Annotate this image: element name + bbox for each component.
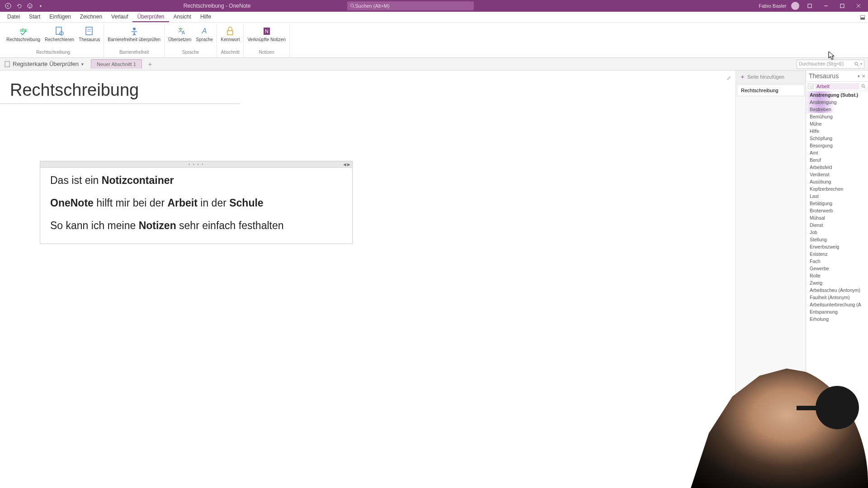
notebook-dropdown[interactable]: Registerkarte Überprüfen ▾	[0, 61, 88, 67]
svg-rect-21	[227, 31, 233, 35]
search-icon	[854, 61, 859, 67]
thesaurus-result-item[interactable]: Besorgung	[806, 142, 868, 149]
search-icon[interactable]	[861, 84, 866, 89]
global-search[interactable]	[347, 1, 474, 10]
note-container[interactable]: • • • • ◀ ▶ Das ist ein Notizcontainer O…	[40, 161, 353, 244]
chevron-down-icon: ▾	[860, 62, 862, 66]
thesaurus-result-item[interactable]: Mühe	[806, 120, 868, 127]
menu-item-verlauf[interactable]: Verlauf	[107, 12, 132, 22]
notebookbar: Registerkarte Überprüfen ▾ Neuer Abschni…	[0, 58, 868, 70]
menu-item-einfügen[interactable]: Einfügen	[45, 12, 75, 22]
note-prev-icon[interactable]: ◀	[343, 162, 346, 167]
thesaurus-result-item[interactable]: Entspannung	[806, 308, 868, 315]
svg-text:A: A	[202, 27, 207, 35]
barrierefreiheit-überprüfen-icon	[128, 25, 141, 36]
thesaurus-result-item[interactable]: Beruf	[806, 156, 868, 164]
thesaurus-result-item[interactable]: Rolle	[806, 272, 868, 279]
ribbon-button-recherchieren[interactable]: Recherchieren	[43, 24, 76, 43]
ribbon-button-verknüpfte-notizen[interactable]: NVerknüpfte Notizen	[245, 24, 288, 43]
maximize-icon[interactable]	[836, 1, 848, 11]
thesaurus-result-item[interactable]: Ausübung	[806, 178, 868, 185]
ribbon-button-rechtschreibung[interactable]: abcRechtschreibung	[5, 24, 42, 43]
user-avatar[interactable]	[791, 2, 799, 10]
titlebar: ▾ Rechtschreibung - OneNote Fabio Basler	[0, 0, 868, 12]
thesaurus-result-item[interactable]: Erholung	[806, 315, 868, 323]
section-tab[interactable]: Neuer Abschnitt 1	[91, 59, 142, 69]
menu-item-hilfe[interactable]: Hilfe	[196, 12, 216, 22]
menu-item-datei[interactable]: Datei	[3, 12, 24, 22]
menu-item-überprüfen[interactable]: Überprüfen	[132, 12, 169, 22]
ribbon-button-barrierefreiheit-überprüfen[interactable]: Barrierefreiheit überprüfen	[106, 24, 162, 43]
mouse-cursor	[828, 51, 835, 62]
page-list-item[interactable]: Rechtschreibung	[737, 84, 805, 96]
svg-rect-12	[56, 27, 61, 34]
thesaurus-result-item[interactable]: Mühsal	[806, 214, 868, 221]
note-line[interactable]: Das ist ein Notizcontainer	[50, 174, 342, 188]
page-title[interactable]: Rechtschreibung	[0, 70, 240, 104]
close-pane-icon[interactable]: ✕	[862, 74, 865, 79]
thesaurus-result-item[interactable]: Hilfe	[806, 127, 868, 135]
ribbon-collapse-icon[interactable]: ⬓	[860, 14, 865, 20]
search-icon	[350, 3, 355, 9]
thesaurus-result-item[interactable]: Arbeitsscheu (Antonym)	[806, 286, 868, 294]
thesaurus-result-item[interactable]: Bemühung	[806, 113, 868, 120]
add-page-button[interactable]: ＋ Seite hinzufügen	[736, 70, 806, 84]
thesaurus-result-item[interactable]: Erwerbszweig	[806, 243, 868, 250]
ribbon-button-übersetzen[interactable]: 文AÜbersetzen	[166, 24, 193, 43]
menu-item-start[interactable]: Start	[24, 12, 45, 22]
svg-line-26	[857, 65, 859, 66]
note-container-handle[interactable]: • • • • ◀ ▶	[40, 161, 352, 168]
ribbon-group: 文AÜbersetzenASpracheSprache	[165, 24, 217, 57]
thesaurus-result-item[interactable]: Faulheit (Antonym)	[806, 294, 868, 301]
thesaurus-result-item[interactable]: Bestreben	[806, 106, 868, 113]
page-canvas[interactable]: ⤢ Rechtschreibung • • • • ◀ ▶ Das ist ei…	[0, 70, 736, 488]
thesaurus-result-item[interactable]: Verdienst	[806, 171, 868, 178]
thesaurus-result-item[interactable]: Gewerbe	[806, 265, 868, 272]
svg-rect-24	[5, 61, 9, 67]
minimize-icon[interactable]	[820, 1, 832, 11]
back-nav-icon[interactable]	[5, 2, 12, 9]
thesaurus-result-item[interactable]: Fach	[806, 258, 868, 265]
menu-item-zeichnen[interactable]: Zeichnen	[75, 12, 107, 22]
thesaurus-result-item[interactable]: Betätigung	[806, 200, 868, 207]
ribbon-button-thesaurus[interactable]: Thesaurus	[77, 24, 102, 43]
thesaurus-result-item[interactable]: Job	[806, 229, 868, 236]
plus-icon: ＋	[740, 73, 745, 81]
note-line[interactable]: OneNote hilft mir bei der Arbeit in der …	[50, 197, 342, 210]
undo-icon[interactable]	[15, 2, 23, 9]
thesaurus-result-item[interactable]: Existenz	[806, 250, 868, 258]
ribbon-mode-icon[interactable]	[804, 1, 816, 11]
user-name[interactable]: Fabio Basler	[759, 3, 787, 9]
menu-item-ansicht[interactable]: Ansicht	[169, 12, 196, 22]
thesaurus-result-item[interactable]: Stellung	[806, 236, 868, 243]
add-section-button[interactable]: +	[146, 60, 155, 69]
thesaurus-result-item[interactable]: Amt	[806, 149, 868, 156]
drag-dots-icon: • • • •	[189, 162, 204, 167]
ribbon-button-kennwort[interactable]: Kennwort	[219, 24, 241, 43]
thesaurus-result-item[interactable]: Anstrengung	[806, 99, 868, 106]
svg-line-5	[354, 7, 355, 8]
close-icon[interactable]	[853, 1, 864, 11]
global-search-input[interactable]	[355, 3, 471, 9]
thesaurus-result-item[interactable]: Arbeitsfeld	[806, 164, 868, 171]
thesaurus-result-item[interactable]: Zweig	[806, 279, 868, 286]
thesaurus-result-item[interactable]: Dienst	[806, 221, 868, 229]
thesaurus-result-item[interactable]: Schöpfung	[806, 135, 868, 142]
thesaurus-search-term[interactable]: Arbeit	[815, 83, 859, 89]
ribbon-button-sprache[interactable]: ASprache	[194, 24, 215, 43]
qat-dropdown-icon[interactable]: ▾	[37, 2, 44, 9]
touch-mode-icon[interactable]	[26, 2, 33, 9]
pane-options-icon[interactable]: ▾	[858, 74, 860, 79]
note-next-icon[interactable]: ▶	[347, 162, 350, 167]
thesaurus-result-item[interactable]: Kopfzerbrechen	[806, 185, 868, 192]
svg-point-4	[350, 4, 354, 7]
thesaurus-result-item[interactable]: Anstrengung (Subst.)	[806, 91, 868, 99]
thesaurus-result-item[interactable]: Arbeitsunterbrechung (A	[806, 301, 868, 308]
note-line[interactable]: So kann ich meine Notizen sehr einfach f…	[50, 219, 342, 233]
thesaurus-back-icon[interactable]: ◁	[808, 84, 814, 89]
ribbon: abcRechtschreibungRecherchierenThesaurus…	[0, 23, 868, 58]
svg-text:A: A	[182, 30, 185, 35]
expand-icon[interactable]: ⤢	[726, 75, 731, 81]
thesaurus-result-item[interactable]: Broterwerb	[806, 207, 868, 214]
thesaurus-result-item[interactable]: Last	[806, 192, 868, 200]
